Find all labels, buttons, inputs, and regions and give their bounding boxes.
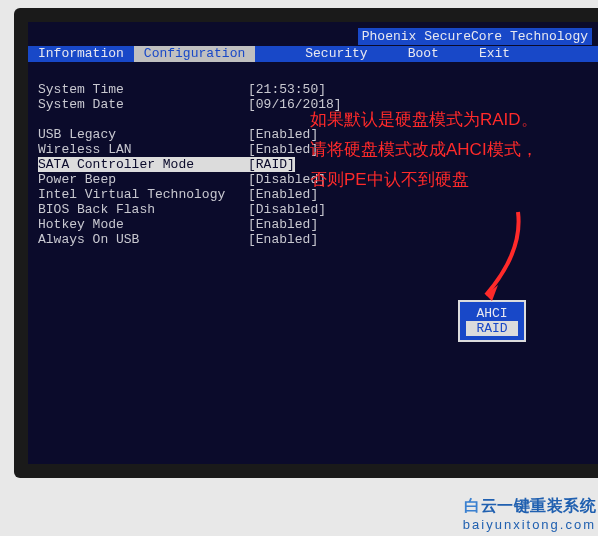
watermark-main: 白云一键重装系统 (463, 496, 596, 517)
annotation-line-2: 请将硬盘模式改成AHCI模式， (310, 138, 538, 161)
row-hotkey-mode[interactable]: Hotkey Mode [Enabled] (38, 217, 342, 232)
value-usb-legacy[interactable]: [Enabled] (248, 127, 318, 142)
tab-exit[interactable]: Exit (469, 46, 520, 62)
row-system-date[interactable]: System Date [09/16/2018] (38, 97, 342, 112)
popup-option-raid[interactable]: RAID (466, 321, 518, 336)
annotation-arrow-icon (468, 207, 528, 307)
row-usb-legacy[interactable]: USB Legacy [Enabled] (38, 127, 342, 142)
tab-boot[interactable]: Boot (398, 46, 449, 62)
row-always-on-usb[interactable]: Always On USB [Enabled] (38, 232, 342, 247)
value-intel-virtual-technology[interactable]: [Enabled] (248, 187, 318, 202)
bios-menu-bar[interactable]: Information Configuration Security Boot … (28, 46, 598, 62)
bios-screen: Phoenix SecureCore Technology Informatio… (28, 22, 598, 464)
label-sata-controller-mode: SATA Controller Mode (38, 157, 248, 172)
row-power-beep[interactable]: Power Beep [Disabled] (38, 172, 342, 187)
row-wireless-lan[interactable]: Wireless LAN [Enabled] (38, 142, 342, 157)
label-system-date: System Date (38, 97, 248, 112)
settings-content: System Time [21:53:50] System Date [09/1… (38, 82, 342, 247)
watermark-lead-char: 白 (464, 497, 481, 514)
label-always-on-usb: Always On USB (38, 232, 248, 247)
label-power-beep: Power Beep (38, 172, 248, 187)
watermark: 白云一键重装系统 baiyunxitong.com (463, 496, 596, 532)
laptop-bezel: Phoenix SecureCore Technology Informatio… (14, 8, 598, 478)
tab-information[interactable]: Information (28, 46, 134, 62)
label-usb-legacy: USB Legacy (38, 127, 248, 142)
label-bios-back-flash: BIOS Back Flash (38, 202, 248, 217)
annotation-line-1: 如果默认是硬盘模式为RAID。 (310, 108, 538, 131)
bios-title: Phoenix SecureCore Technology (358, 28, 592, 45)
popup-option-ahci[interactable]: AHCI (466, 306, 518, 321)
label-system-time: System Time (38, 82, 248, 97)
value-wireless-lan[interactable]: [Enabled] (248, 142, 318, 157)
label-hotkey-mode: Hotkey Mode (38, 217, 248, 232)
value-bios-back-flash[interactable]: [Disabled] (248, 202, 326, 217)
row-system-time[interactable]: System Time [21:53:50] (38, 82, 342, 97)
tab-security[interactable]: Security (295, 46, 377, 62)
label-intel-virtual-technology: Intel Virtual Technology (38, 187, 248, 202)
watermark-sub: baiyunxitong.com (463, 517, 596, 532)
value-system-time[interactable]: [21:53:50] (248, 82, 326, 97)
row-sata-controller-mode[interactable]: SATA Controller Mode [RAID] (38, 157, 342, 172)
watermark-rest: 云一键重装系统 (481, 497, 597, 514)
label-wireless-lan: Wireless LAN (38, 142, 248, 157)
value-sata-controller-mode[interactable]: [RAID] (248, 157, 295, 172)
annotation-line-3: 否则PE中认不到硬盘 (310, 168, 469, 191)
tab-configuration[interactable]: Configuration (134, 46, 255, 62)
row-intel-virtual-technology[interactable]: Intel Virtual Technology [Enabled] (38, 187, 342, 202)
row-bios-back-flash[interactable]: BIOS Back Flash [Disabled] (38, 202, 342, 217)
value-always-on-usb[interactable]: [Enabled] (248, 232, 318, 247)
value-hotkey-mode[interactable]: [Enabled] (248, 217, 318, 232)
